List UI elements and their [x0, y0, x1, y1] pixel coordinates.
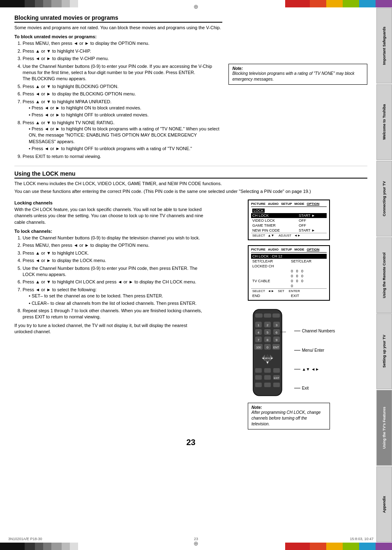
menu-cell-videolock-label: VIDEO LOCK	[251, 218, 297, 223]
svg-text:2: 2	[266, 323, 268, 327]
menu2-cell-ch1-label	[251, 269, 290, 274]
lock-step-7-bullet-2: CLEAR– to clear all channels from the li…	[29, 300, 206, 306]
svg-text:7: 7	[257, 338, 259, 342]
lock-step-8: Repeat steps 1 through 7 to lock other c…	[23, 308, 206, 320]
menu2-row-ch2: 0 0 0	[251, 274, 327, 278]
remote-labels: Channel Numbers Menu/ Enter ▲▼ ◄►	[294, 307, 335, 398]
bar-seg	[62, 543, 70, 550]
menu2-row-setclear: SET/CLEAR SET/CLEAR	[251, 259, 327, 264]
menu2-cell-extra-label	[251, 283, 290, 289]
bar-seg	[25, 543, 35, 550]
svg-rect-41	[255, 375, 262, 380]
lock-two-col: Locking channels With the CH LOCK featur…	[14, 197, 367, 434]
blocking-step-5: Press ▲ or ▼ to highlight BLOCKING OPTIO…	[23, 84, 222, 90]
bottom-bar-right	[196, 543, 392, 550]
menu-cell-lock-label: LOCK	[251, 208, 297, 213]
blocking-step-7-bullet-2: Press ◄ or ► to highlight OFF to unblock…	[29, 112, 222, 118]
lock-note-title: Note:	[251, 405, 326, 410]
sidebar-tab-remote[interactable]: Using the Remote Control	[376, 237, 392, 313]
crosshair-top-icon: ⊕	[194, 3, 198, 10]
sidebar-tab-appendix[interactable]: Appendix	[376, 466, 392, 542]
menu2-row-ch1: 0 0 0	[251, 269, 327, 274]
bar-seg	[62, 0, 70, 7]
blocking-left-col: Blocking unrated movies or programs Some…	[14, 14, 222, 162]
menu-cell-chlock-val: START ►	[297, 213, 327, 218]
page-number: 23	[14, 438, 367, 447]
bar-seg	[343, 543, 359, 550]
menu2-row-select: SELECT ◄► SET ENTER	[251, 288, 327, 293]
menu-cell-gametimer-val: OFF	[297, 223, 327, 228]
sidebar-tab-features[interactable]: Using the TV's Features	[376, 390, 392, 466]
lock-step-1: Use the Channel Number buttons (0-9) to …	[23, 235, 206, 241]
arrows-label: ▲▼ ◄►	[294, 367, 335, 371]
blocking-step-8-bullet-1: Press ◄ or ► to highlight ON to block pr…	[29, 126, 222, 145]
top-bar-left	[0, 0, 196, 7]
bar-seg	[0, 543, 25, 550]
svg-rect-40	[273, 368, 280, 373]
to-lock-label: To lock channels:	[14, 229, 206, 234]
bar-seg	[51, 0, 62, 7]
lock-section: Using the LOCK menu The LOCK menu includ…	[14, 170, 367, 434]
svg-text:9: 9	[275, 338, 277, 342]
lock-section-title: Using the LOCK menu	[14, 170, 367, 179]
footer-left: 3N10201A/E P18-30	[8, 537, 42, 541]
blocking-steps-list: Press MENU, then press ◄ or ► to display…	[23, 40, 222, 160]
locking-channels-intro: With the CH LOCK feature, you can lock s…	[14, 207, 206, 225]
lock-menu-table-2: CH LOCK : CH 12 SET/CLEAR SET/CLEAR LOCK…	[251, 254, 327, 298]
svg-rect-1	[255, 313, 263, 318]
svg-rect-39	[264, 368, 271, 373]
menu-tab-mode: MODE	[295, 202, 304, 206]
lock-step-7-bullets: SET– to set the channel as one to be loc…	[29, 293, 206, 306]
remote-svg: 1 2 3 4 5 6	[243, 307, 292, 398]
bar-seg	[326, 0, 343, 7]
sidebar-tab-connecting[interactable]: Connecting your TV	[376, 161, 392, 237]
crosshair-bottom-icon: ⊕	[194, 540, 198, 547]
footer-center: 23	[194, 537, 198, 541]
lock-step-3: Press ▲ or ▼ to highlight LOCK.	[23, 250, 206, 256]
svg-text:ENT: ENT	[273, 346, 279, 349]
bar-seg	[310, 0, 326, 7]
menu-tab-picture: PICTURE	[251, 202, 265, 206]
lock-menu-box-2: PICTURE AUDIO SETUP MODE OPTION CH LOCK …	[248, 245, 330, 301]
menu2-cell-select: SELECT ◄► SET ENTER	[251, 288, 327, 293]
menu2-cell-ch2-val: 0 0 0	[290, 274, 327, 278]
svg-rect-38	[255, 368, 262, 373]
blocking-step-3: Press ◄ or ► to display the V-CHIP menu.	[23, 56, 222, 62]
remote-area: 1 2 3 4 5 6	[243, 307, 335, 434]
locking-channels-title: Locking channels	[14, 200, 206, 205]
menu2-tab-option: OPTION	[307, 248, 320, 251]
svg-rect-2	[264, 313, 271, 318]
lock-step-5: Use the Channel Number buttons (0-9) to …	[23, 265, 206, 278]
blocking-step-7-bullets: Press ◄ or ► to highlight ON to block un…	[29, 105, 222, 118]
menu-header-1: PICTURE AUDIO SETUP MODE OPTION	[251, 202, 327, 207]
bar-seg	[343, 0, 359, 7]
svg-text:►: ►	[270, 357, 273, 360]
menu2-cell-setclear-val: SET/CLEAR	[290, 259, 327, 264]
blocking-step-8: Press ▲ or ▼ to highlight TV NONE RATING…	[23, 120, 222, 152]
sidebar-tab-welcome[interactable]: Welcome to Toshiba	[376, 84, 392, 160]
menu2-cell-ch2-label	[251, 274, 290, 278]
blocking-note: Note: Blocking television programs with …	[228, 64, 367, 85]
menu-row-chlock: CH LOCK START ►	[251, 213, 327, 218]
blocking-note-title: Note:	[232, 66, 364, 71]
lock-steps-list: Use the Channel Number buttons (0-9) to …	[23, 235, 206, 320]
svg-rect-3	[272, 313, 280, 318]
sidebar-tab-setting[interactable]: Setting up your TV	[376, 313, 392, 389]
svg-text:EXIT: EXIT	[274, 377, 279, 379]
svg-text:◄: ◄	[261, 357, 264, 360]
exit-line	[294, 388, 300, 388]
menu-row-videolock: VIDEO LOCK OFF	[251, 218, 327, 223]
svg-rect-42	[264, 375, 271, 380]
menu-cell-lock-val	[297, 208, 327, 213]
lock-col-right: PICTURE AUDIO SETUP MODE OPTION LOCK CH …	[210, 197, 367, 434]
lock-step-2: Press MENU, then press ◄ or ► to display…	[23, 242, 206, 248]
arrows-line	[294, 369, 300, 369]
menu-header-2: PICTURE AUDIO SETUP MODE OPTION	[251, 248, 327, 253]
menu-tab-option: OPTION	[307, 202, 320, 206]
blocking-step-2: Press ▲ or ▼ to highlight V-CHIP.	[23, 48, 222, 54]
menu-row-lock: LOCK	[251, 208, 327, 213]
sidebar-tab-safeguards[interactable]: Important Safeguards	[376, 8, 392, 84]
menu2-tab-setup: SETUP	[281, 248, 292, 251]
blocking-step-6: Press ◄ or ► to display the BLOCKING OPT…	[23, 91, 222, 97]
bar-seg	[70, 0, 78, 7]
